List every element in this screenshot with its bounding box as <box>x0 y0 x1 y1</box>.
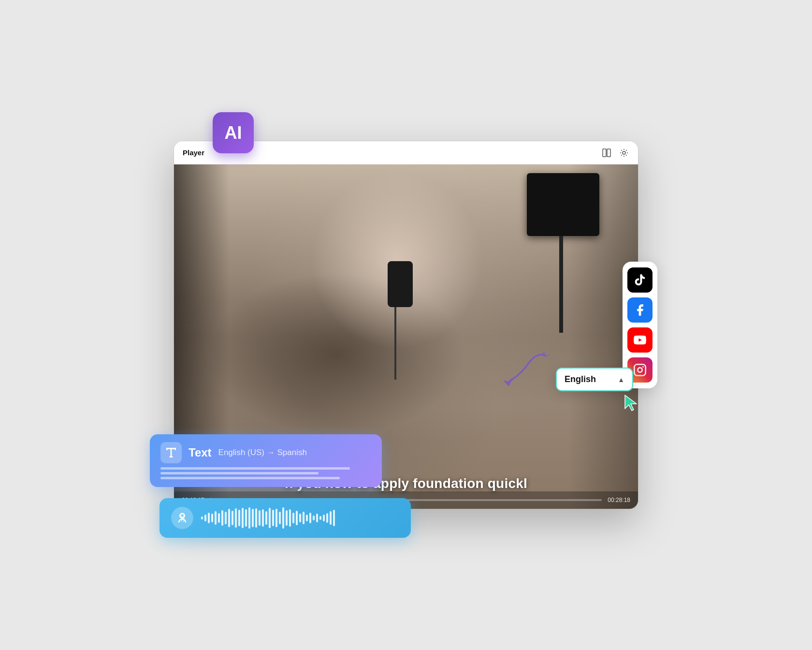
studio-light <box>527 173 599 236</box>
wave-bar <box>326 513 328 523</box>
ai-label: AI <box>225 123 242 143</box>
svg-point-11 <box>542 352 545 355</box>
wave-bar <box>279 512 281 524</box>
svg-rect-0 <box>603 149 606 157</box>
wave-bar <box>272 510 274 526</box>
wave-bar <box>306 515 308 521</box>
wave-bar <box>286 510 288 526</box>
wave-bar <box>313 516 315 520</box>
total-time: 00:28:18 <box>608 497 630 503</box>
title-bar-icons <box>601 148 629 158</box>
text-card-subtitle: English (US) → Spanish <box>218 448 307 458</box>
wave-bar <box>269 508 271 528</box>
wave-bar <box>330 511 332 525</box>
wave-bar <box>221 510 223 526</box>
facebook-icon[interactable] <box>627 297 652 323</box>
wave-bar <box>292 513 294 523</box>
wave-bar <box>319 516 321 520</box>
light-stand <box>559 236 563 333</box>
ai-badge[interactable]: AI <box>213 112 254 153</box>
svg-point-2 <box>623 151 625 154</box>
wave-bar <box>255 508 257 528</box>
text-line-2 <box>160 472 319 474</box>
cursor-arrow <box>623 394 640 412</box>
wave-bar <box>238 510 240 526</box>
wave-bar <box>235 508 237 528</box>
wave-bar <box>242 508 244 528</box>
wave-bar <box>245 509 247 527</box>
wave-bar <box>225 512 227 524</box>
wave-bar <box>309 513 311 523</box>
wave-bar <box>204 515 206 521</box>
svg-marker-10 <box>625 395 637 411</box>
audio-waveform <box>201 507 399 529</box>
wave-bar <box>265 511 267 525</box>
wave-bar <box>333 510 335 526</box>
svg-rect-4 <box>634 364 645 375</box>
svg-point-12 <box>548 354 550 356</box>
wave-bar <box>316 514 318 522</box>
language-selected: English <box>565 374 613 384</box>
tripod-pole <box>394 307 396 380</box>
wave-bar <box>303 512 304 524</box>
wave-bar <box>215 511 217 525</box>
wave-bar <box>228 509 230 527</box>
text-icon <box>160 442 182 463</box>
wave-bar <box>232 511 233 525</box>
youtube-icon[interactable] <box>627 327 652 353</box>
settings-icon[interactable] <box>619 148 629 158</box>
wave-bar <box>299 514 301 522</box>
text-card-lines <box>160 467 371 479</box>
scene-wrapper: Player <box>164 59 648 591</box>
wave-bar <box>208 513 210 523</box>
text-card-title: Text <box>188 446 212 459</box>
text-line-3 <box>160 477 340 479</box>
wave-bar <box>289 509 291 527</box>
wave-bar <box>323 515 325 521</box>
layout-icon[interactable] <box>601 148 612 158</box>
annotation-arrow <box>498 346 546 385</box>
wave-bar <box>296 511 298 525</box>
wave-bar <box>282 507 284 529</box>
audio-avatar: )) <box>171 507 193 529</box>
phone-device <box>388 261 413 307</box>
wave-bar <box>252 509 254 527</box>
wave-bar <box>218 513 220 523</box>
chevron-up-icon: ▲ <box>618 376 624 384</box>
text-card-header: Text English (US) → Spanish <box>160 442 371 463</box>
svg-rect-1 <box>607 149 610 157</box>
wave-bar <box>276 509 277 527</box>
tiktok-icon[interactable] <box>627 267 652 293</box>
wave-bar <box>211 514 213 522</box>
wave-bar <box>259 510 261 526</box>
wave-bar <box>201 517 203 519</box>
wave-bar <box>262 509 264 527</box>
wave-bar <box>248 507 250 529</box>
language-dropdown[interactable]: English ▲ <box>556 368 633 391</box>
text-line-1 <box>160 467 350 470</box>
text-translation-card: Text English (US) → Spanish <box>150 434 382 487</box>
svg-point-13 <box>551 357 553 359</box>
audio-wave-card: )) <box>160 498 411 538</box>
player-title: Player <box>183 148 204 157</box>
